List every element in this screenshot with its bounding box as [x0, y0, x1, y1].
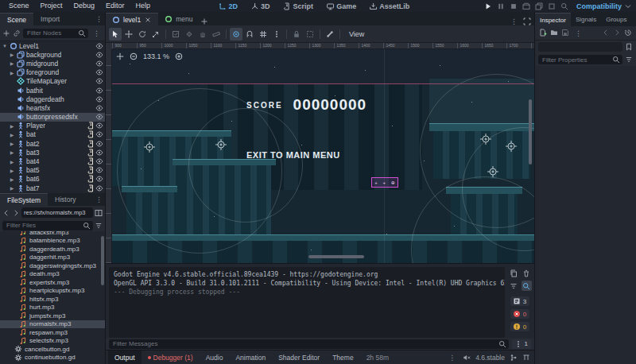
view-menu-button[interactable]: View — [343, 30, 370, 38]
warning-count-badge[interactable]: 0 — [510, 322, 529, 331]
filter-properties-input[interactable] — [538, 55, 622, 64]
multi-instance-button[interactable] — [533, 1, 545, 12]
file-heartpickupsfx.mp3[interactable]: heartpickupsfx.mp3 — [0, 287, 105, 296]
movie-mode-button[interactable] — [521, 1, 532, 12]
tab-filesystem[interactable]: FileSystem — [0, 193, 48, 206]
object-name-field[interactable] — [538, 42, 622, 52]
new-scene-tab-icon[interactable] — [200, 17, 208, 25]
copy-button[interactable] — [509, 268, 519, 278]
expander-icon[interactable]: ▶ — [9, 132, 15, 137]
script-icon[interactable] — [87, 166, 95, 174]
tool-ruler-button[interactable] — [210, 28, 223, 41]
file-death.mp3[interactable]: death.mp3 — [0, 270, 105, 279]
eye-icon[interactable] — [95, 113, 103, 121]
sort-properties-icon[interactable] — [625, 56, 633, 64]
viewport-hscrollbar[interactable] — [308, 255, 364, 258]
file-respawn.mp3[interactable]: respawn.mp3 — [0, 328, 105, 337]
tool-lock-button[interactable] — [290, 28, 303, 41]
file-daggerdeath.mp3[interactable]: daggerdeath.mp3 — [0, 245, 105, 254]
scene-tab-menu[interactable]: menu — [158, 13, 199, 25]
expander-icon[interactable]: ▶ — [9, 176, 15, 182]
tool-magnet-button[interactable] — [243, 28, 256, 41]
tool-rotate-button[interactable] — [136, 28, 149, 41]
tool-pan-button[interactable] — [196, 28, 209, 41]
renderer-dropdown[interactable]: Compatibility — [576, 2, 632, 10]
script-icon[interactable] — [87, 130, 95, 138]
tree-node-midground[interactable]: ▶midground — [0, 59, 105, 68]
eye-icon[interactable] — [95, 104, 103, 112]
tab-import[interactable]: Import — [33, 13, 67, 25]
tree-node-level1[interactable]: ▼Level1 — [0, 41, 105, 50]
script-icon[interactable] — [87, 140, 95, 148]
viewport-canvas[interactable]: SCORE 00000000 EXIT TO MAIN MENU ++⊕ 133… — [112, 49, 534, 263]
eye-icon[interactable] — [95, 87, 103, 95]
expander-icon[interactable]: ▶ — [9, 123, 15, 129]
node-position-gizmo[interactable] — [215, 139, 227, 150]
eye-icon[interactable] — [95, 166, 103, 174]
file-jumpsfx.mp3[interactable]: jumpsfx.mp3 — [0, 312, 105, 320]
viewport-2d[interactable]: 9009501000105011001150120012501300135014… — [106, 43, 534, 263]
all-count-badge[interactable]: 3 — [510, 296, 529, 306]
expander-icon[interactable]: ▶ — [9, 149, 15, 155]
dots-v-button[interactable]: ⋮ — [572, 29, 584, 37]
node-position-gizmo[interactable] — [487, 166, 498, 177]
menu-help[interactable]: Help — [130, 0, 157, 12]
eye-icon[interactable] — [95, 157, 103, 165]
update-spinner-icon[interactable] — [522, 354, 530, 362]
expander-icon[interactable]: ▶ — [9, 60, 15, 66]
pause-button[interactable] — [495, 1, 506, 12]
eye-icon[interactable] — [95, 140, 103, 148]
mode-3d-button[interactable]: 3D — [244, 0, 277, 12]
script-icon[interactable] — [87, 149, 95, 157]
scene-tabs-menu-icon[interactable]: ⋮ — [508, 17, 520, 25]
filter-files-input[interactable] — [2, 221, 93, 230]
file-daggerswingingsfx.mp3[interactable]: daggerswingingsfx.mp3 — [0, 261, 105, 270]
tool-list-select-button[interactable] — [169, 28, 182, 41]
scene-tree-menu-icon[interactable]: ⋮ — [91, 29, 103, 37]
eye-icon[interactable] — [95, 77, 103, 85]
add-node-icon[interactable] — [2, 29, 10, 37]
eye-icon[interactable] — [95, 51, 103, 59]
tool-bone-button[interactable] — [324, 28, 336, 41]
tab-groups[interactable]: Groups — [601, 13, 631, 26]
filter-messages-input[interactable] — [109, 339, 509, 349]
tool-group-button[interactable] — [304, 28, 316, 41]
menu-editor[interactable]: Editor — [100, 0, 130, 12]
file-list-scrollbar[interactable] — [101, 236, 104, 285]
split-view-icon[interactable] — [95, 209, 103, 217]
tool-scale-button[interactable] — [149, 28, 162, 41]
expander-icon[interactable]: ▶ — [9, 159, 15, 165]
file-hurt.mp3[interactable]: hurt.mp3 — [0, 304, 105, 312]
bottom-tab-shader-editor[interactable]: Shader Editor — [272, 350, 326, 364]
tree-node-bat3[interactable]: ▶bat3 — [0, 148, 105, 157]
close-icon[interactable] — [144, 16, 152, 24]
back-button[interactable] — [602, 29, 610, 38]
file-continuebutton.gd[interactable]: continuebutton.gd — [0, 354, 105, 362]
tree-node-bat2[interactable]: ▶bat2 — [0, 139, 105, 148]
tree-node-buttonpressedsfx[interactable]: buttonpressedsfx — [0, 113, 105, 122]
expander-icon[interactable]: ▶ — [9, 52, 15, 57]
mode-game-button[interactable]: Game — [320, 0, 363, 12]
tree-node-daggerdeath[interactable]: daggerdeath — [0, 95, 105, 103]
tool-select-pivot-button[interactable] — [183, 28, 196, 41]
tree-node-background[interactable]: ▶background — [0, 50, 105, 59]
misc-count-badge[interactable]: 1 — [512, 339, 531, 349]
tree-node-heartsfx[interactable]: heartsfx — [0, 103, 105, 112]
bottom-tab-debugger-1-[interactable]: Debugger (1) — [142, 350, 200, 364]
bottom-tab-theme[interactable]: Theme — [326, 350, 359, 364]
bottom-tab-output[interactable]: Output — [108, 350, 142, 364]
magnify-button[interactable] — [559, 1, 570, 12]
file-hitsfx.mp3[interactable]: hitsfx.mp3 — [0, 295, 105, 304]
eye-icon[interactable] — [95, 68, 103, 76]
node-position-gizmo[interactable] — [480, 134, 491, 145]
node-position-gizmo[interactable] — [506, 141, 517, 152]
tree-node-bat7[interactable]: ▶bat7 — [0, 184, 105, 192]
show-search-button[interactable] — [522, 281, 532, 291]
nav-forward-icon[interactable] — [12, 209, 20, 217]
file-normalsfx.mp3[interactable]: normalsfx.mp3 — [0, 320, 105, 329]
mode-script-button[interactable]: Script — [277, 0, 320, 12]
tool-snap-button[interactable] — [230, 28, 242, 41]
eye-icon[interactable] — [95, 130, 103, 138]
file-expertsfx.mp3[interactable]: expertsfx.mp3 — [0, 278, 105, 287]
sort-files-icon[interactable] — [95, 222, 103, 230]
